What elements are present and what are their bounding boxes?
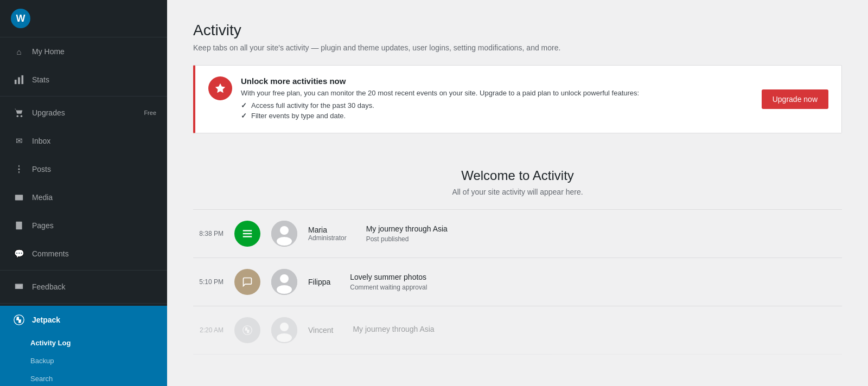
sidebar-item-label: Upgrades [32, 108, 144, 117]
jetpack-icon [12, 313, 25, 326]
main-content: Activity Keep tabs on all your site's ac… [167, 0, 868, 386]
upgrade-banner-description: With your free plan, you can monitor the… [241, 89, 753, 97]
sub-item-label: Activity Log [30, 339, 71, 347]
activity-item: 8:38 PM Maria Administrator My journey t… [193, 210, 842, 258]
sidebar-sub-item-activity-log[interactable]: Activity Log [0, 334, 167, 352]
inbox-icon: ✉ [12, 134, 25, 147]
user-avatar [271, 317, 297, 343]
activity-post-title: Lovely summer photos [350, 273, 427, 281]
activity-post-status: Comment waiting approval [350, 284, 427, 291]
welcome-section: Welcome to Activity All of your site act… [193, 151, 842, 210]
activity-time: 8:38 PM [193, 230, 224, 237]
sidebar-divider [0, 96, 167, 97]
upgrades-icon [12, 106, 25, 119]
sub-item-label: Backup [30, 357, 54, 365]
upgrade-banner-title: Unlock more activities now [241, 76, 753, 86]
page-subtitle: Keep tabs on all your site's activity — … [193, 43, 842, 52]
activity-details: My journey through Asia Post published [366, 224, 448, 243]
svg-point-30 [280, 323, 289, 331]
svg-rect-1 [18, 78, 20, 85]
sidebar-item-upgrades[interactable]: Upgrades Free [0, 99, 167, 127]
home-icon: ⌂ [12, 45, 25, 58]
svg-point-24 [277, 237, 292, 246]
svg-point-23 [280, 226, 289, 235]
activity-details: Lovely summer photos Comment waiting app… [350, 273, 427, 291]
activity-time: 5:10 PM [193, 278, 224, 286]
media-icon [12, 191, 25, 204]
sidebar-item-inbox[interactable]: ✉ Inbox [0, 127, 167, 155]
svg-point-31 [277, 333, 292, 342]
activity-item: 5:10 PM Filippa Lovely summer photos Com… [193, 258, 842, 306]
sidebar-item-label: Stats [32, 75, 156, 84]
sidebar-item-pages[interactable]: Pages [0, 211, 167, 240]
sidebar-item-label: Inbox [32, 137, 156, 145]
svg-rect-10 [16, 222, 22, 229]
posts-icon [12, 163, 25, 176]
upgrade-feature-2: Filter events by type and date. [241, 112, 753, 120]
upgrade-banner-icon [208, 76, 232, 100]
sidebar-sub-item-backup[interactable]: Backup [0, 352, 167, 370]
sidebar-nav: ⌂ My Home Stats Upgrades Free ✉ Inbox Po… [0, 37, 167, 386]
user-name: Maria [308, 226, 347, 234]
svg-rect-0 [15, 80, 17, 84]
user-name: Vincent [308, 326, 333, 334]
sidebar-item-stats[interactable]: Stats [0, 66, 167, 94]
page-title: Activity [193, 22, 842, 39]
sidebar-item-my-home[interactable]: ⌂ My Home [0, 37, 167, 66]
activity-icon [234, 269, 260, 295]
svg-rect-2 [22, 75, 24, 84]
sidebar-item-posts[interactable]: Posts [0, 155, 167, 183]
activity-details: My journey through Asia [353, 325, 434, 336]
sidebar-item-label: Pages [32, 221, 156, 230]
activity-icon [234, 221, 260, 247]
svg-point-5 [18, 168, 20, 170]
sidebar-item-jetpack[interactable]: Jetpack [0, 306, 167, 334]
sidebar-item-label: Jetpack [32, 316, 156, 324]
upgrade-banner-content: Unlock more activities now With your fre… [241, 76, 753, 122]
sidebar-item-comments[interactable]: 💬 Comments [0, 240, 167, 268]
activity-user: Maria Administrator [308, 226, 347, 242]
upgrade-banner: Unlock more activities now With your fre… [193, 65, 842, 133]
stats-icon [12, 73, 25, 86]
sidebar-item-media[interactable]: Media [0, 183, 167, 211]
jetpack-section: Jetpack Activity Log Backup Search Akism… [0, 306, 167, 386]
sidebar-divider [0, 270, 167, 271]
sidebar-divider [0, 303, 167, 304]
activity-user: Filippa [308, 278, 330, 286]
sidebar: W ⌂ My Home Stats Upgrades Free ✉ Inbox [0, 0, 167, 386]
user-role: Administrator [308, 234, 347, 242]
upgrades-badge: Free [144, 110, 156, 116]
sidebar-item-feedback[interactable]: Feedback [0, 273, 167, 301]
user-avatar [271, 269, 297, 295]
svg-point-27 [277, 285, 292, 294]
activity-post-title: My journey through Asia [366, 224, 448, 233]
welcome-title: Welcome to Activity [193, 168, 842, 183]
activity-item: 2:20 AM Vincent My journey through Asia [193, 306, 842, 355]
svg-marker-18 [215, 83, 225, 93]
svg-point-4 [21, 115, 23, 118]
feedback-icon [12, 280, 25, 293]
user-avatar [271, 221, 297, 247]
sidebar-item-label: Feedback [32, 282, 156, 291]
upgrade-banner-features: Access full activity for the past 30 day… [241, 101, 753, 120]
sidebar-item-label: Comments [32, 249, 156, 258]
sidebar-logo: W [0, 0, 167, 37]
activity-user: Vincent [308, 326, 333, 334]
svg-point-26 [280, 274, 289, 283]
sub-item-label: Search [30, 375, 53, 383]
welcome-subtitle: All of your site activity will appear he… [193, 188, 842, 196]
sidebar-item-label: My Home [32, 47, 156, 56]
activity-post-title: My journey through Asia [353, 325, 434, 333]
svg-point-3 [17, 115, 19, 118]
sidebar-item-label: Media [32, 193, 156, 202]
activity-icon [234, 317, 260, 343]
pages-icon [12, 219, 25, 232]
activity-time: 2:20 AM [193, 326, 224, 334]
sidebar-item-label: Posts [32, 165, 156, 173]
upgrade-feature-1: Access full activity for the past 30 day… [241, 101, 753, 110]
svg-rect-14 [15, 284, 23, 289]
user-name: Filippa [308, 278, 330, 286]
sidebar-sub-item-search[interactable]: Search [0, 370, 167, 386]
comments-icon: 💬 [12, 247, 25, 260]
upgrade-now-button[interactable]: Upgrade now [762, 89, 828, 109]
